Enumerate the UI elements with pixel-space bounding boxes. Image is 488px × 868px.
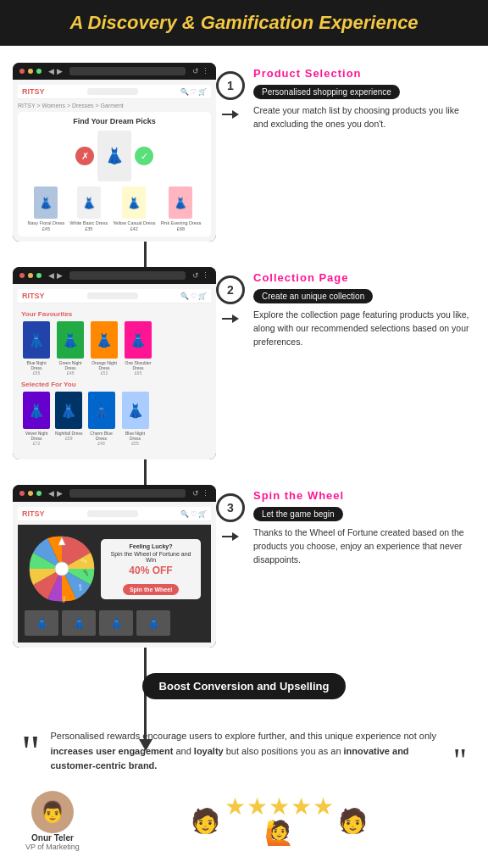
step-1-browser: ◀ ▶ ↺ ⋮ RITSY 🔍 ♡ 🛒 RITSY > Womens > Dre… [13,63,216,242]
sel-label-4: Blue Night Dress [120,431,151,441]
browser-icons-right-3: 🔍 ♡ 🛒 [180,510,207,518]
favorites-grid: 👗 Blue Night Dress £55 👗 Green Night Dre… [21,321,208,376]
fav-img-4: 👗 [125,321,152,359]
fav-price-2: £48 [55,370,86,376]
step-2-center: 2 [216,267,245,323]
browser-content-1: RITSY 🔍 ♡ 🛒 RITSY > Womens > Dresses > G… [13,80,216,242]
dream-picks-title: Find Your Dream Picks [23,117,206,125]
testimonial-text: Personalised rewards encourage users to … [50,729,442,774]
thumb-label-4: Pink Evening Dress [160,220,201,226]
boost-section: Boost Conversion and Upselling [13,673,475,699]
author-avatar: 👨 [31,791,74,833]
star-row: ★ ★ ★ ★ ★ [225,795,334,819]
step-1-circle: 1 [216,71,245,100]
star-2: ★ [247,795,268,819]
sel-price-1: £72 [21,441,52,446]
selected-grid: 👗 Velvet Night Dress £72 👗 Nightfall Dre… [21,392,208,446]
testimonial-text-before: Personalised rewards encourage users to … [50,731,436,741]
step-1-title: Product Selection [253,67,475,80]
person-icon-1: 🧑 [191,807,220,835]
fav-label-3: Orange Night Dress [89,360,119,370]
thumb-price-2: £35 [69,226,108,232]
wheel-area: 10% 20% 30% 40% Feeling Lucky? Spin the … [18,525,211,643]
browser-logo-2: RITSY [22,292,45,300]
step-1-arrow [222,110,239,119]
sel-img-4: 👗 [122,392,149,429]
step-1-row: ◀ ▶ ↺ ⋮ RITSY 🔍 ♡ 🛒 RITSY > Womens > Dre… [13,63,475,242]
swipe-right-button[interactable]: ✓ [135,147,153,165]
step-3-row: ◀ ▶ ↺ ⋮ RITSY 🔍 ♡ 🛒 [13,485,475,648]
dot-yellow-2 [28,273,33,278]
thumb-item-4: 👗 Pink Evening Dress £68 [160,186,201,231]
browser-logo: RITSY [22,87,45,96]
step-3-desc: Thanks to the Wheel of Fortune created b… [253,526,475,566]
spin-sub: Spin the Wheel of Fortune and Win [106,551,196,563]
browser-url [69,67,186,75]
quote-close: " [453,747,467,774]
sel-img-2: 👗 [55,392,82,429]
browser-url-2 [69,271,186,280]
svg-point-1 [55,562,69,576]
thumb-img-1: 👗 [34,186,58,219]
step-2-arrow [222,314,239,323]
product-thumbnails: 👗 Navy Floral Dress £45 👗 White Basic Dr… [23,186,206,231]
fav-img-2: 👗 [57,321,84,359]
arrow-line-2 [222,318,232,320]
browser-bar-1: ◀ ▶ ↺ ⋮ [13,63,216,80]
browser-reload-icon-2: ↺ ⋮ [192,271,209,280]
thumb-label-3: Yellow Casual Dress [113,220,155,226]
browser-icons-right-2: 🔍 ♡ 🛒 [180,292,207,300]
thumb-label-2: White Basic Dress [69,220,108,226]
fav-label-4: One Shoulder Dress [123,360,153,370]
steps-container: ◀ ▶ ↺ ⋮ RITSY 🔍 ♡ 🛒 RITSY > Womens > Dre… [13,63,475,648]
step-3-badge: Let the game begin [253,507,343,521]
star-3: ★ [269,795,290,819]
step-2-info: Collection Page Create an unique collect… [245,267,475,348]
sel-3: 👗 Charm Blue Dress £48 [86,392,117,446]
arrow-head-2 [232,314,239,323]
arrow-line [222,114,232,115]
favorites-title: Your Favourites [21,310,208,318]
stars-group: ★ ★ ★ ★ ★ 🙋 [225,795,334,847]
star-5: ★ [313,795,334,819]
spin-button[interactable]: Spin the Wheel [123,584,179,595]
browser-search-bar [87,88,138,95]
quote-open: " [21,733,40,771]
thumb-label-1: Navy Floral Dress [28,220,65,226]
arrow-line-3 [222,536,232,537]
testimonial-text-middle: and [173,746,193,756]
strip-2: 👗 [62,610,96,636]
dream-picks-modal: Find Your Dream Picks ✗ 👗 ✓ 👗 Navy Flora… [18,112,211,236]
browser-reload-icon-3: ↺ ⋮ [192,489,209,498]
fortune-wheel: 10% 20% 30% 40% [28,535,96,603]
wheel-container: 10% 20% 30% 40% [28,535,96,603]
browser-mockup-3: ◀ ▶ ↺ ⋮ RITSY 🔍 ♡ 🛒 [13,485,216,648]
fav-price-1: £55 [21,370,52,376]
spin-text-box: Feeling Lucky? Spin the Wheel of Fortune… [101,539,201,599]
fav-price-4: £65 [123,370,153,376]
sel-label-3: Charm Blue Dress [86,431,117,441]
browser-nav: ◀ ▶ [48,67,63,75]
sel-price-4: £55 [120,441,151,446]
fav-2: 👗 Green Night Dress £48 [55,321,86,376]
swipe-left-button[interactable]: ✗ [75,147,94,165]
testimonial-bold2: loyalty [194,746,224,756]
browser-bar-2: ◀ ▶ ↺ ⋮ [13,267,216,284]
person-icon-2: 🙋 [264,819,294,847]
sel-4: 👗 Blue Night Dress £55 [120,392,151,446]
svg-text:30%: 30% [78,584,83,592]
thumb-img-2: 👗 [77,186,101,219]
strip-3: 👗 [99,610,133,636]
browser-content-2: RITSY 🔍 ♡ 🛒 Your Favourites 👗 Blue Night… [13,284,216,459]
fav-1: 👗 Blue Night Dress £55 [21,321,52,376]
dot-red-3 [19,491,25,496]
author-title: VP of Marketing [25,843,80,851]
dot-green-3 [36,491,42,496]
step-2-desc: Explore the collection page featuring pr… [253,309,475,348]
browser-content-3: RITSY 🔍 ♡ 🛒 [13,502,216,648]
dot-green [36,69,42,74]
step-1-badge: Personalised shopping experience [253,85,400,99]
browser-logo-3: RITSY [22,509,45,518]
sel-price-3: £48 [86,441,117,446]
testimonial-text-after: but also positions you as an [224,746,344,756]
